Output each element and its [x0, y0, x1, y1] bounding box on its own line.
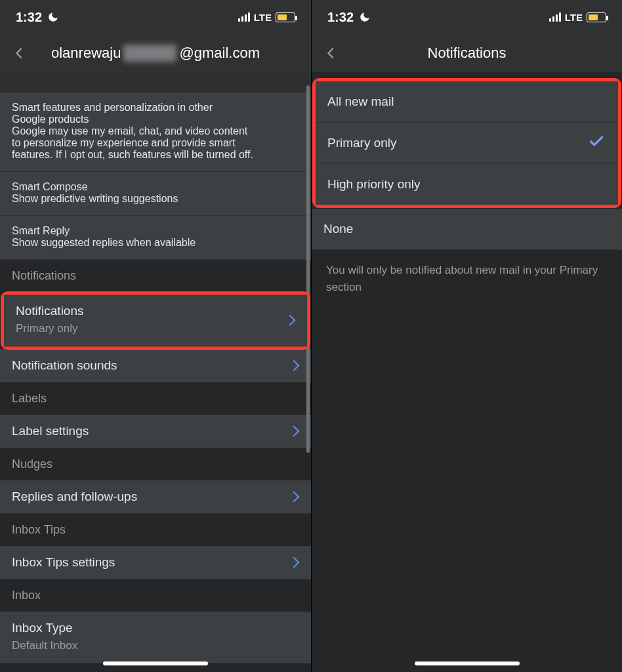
page-title: olanrewajuxxxxxxx@gmail.com	[37, 45, 274, 62]
smart-reply-title: Smart Reply	[12, 225, 299, 237]
smart-reply-sub: Show suggested replies when available	[12, 237, 299, 249]
notifications-title: Notifications	[16, 304, 295, 318]
highlight-options: All new mail Primary only High priority …	[316, 81, 618, 205]
option-label: High priority only	[327, 177, 421, 191]
title-bar: Notifications	[312, 34, 622, 72]
email-blur: xxxxxxx	[123, 45, 176, 62]
section-nudges: Nudges	[0, 448, 311, 480]
smart-features-desc: Google may use my email, chat, and video…	[12, 125, 255, 161]
label-settings-label: Label settings	[12, 424, 299, 438]
option-label: All new mail	[327, 94, 394, 108]
option-all-new-mail[interactable]: All new mail	[316, 81, 618, 123]
truncated-previous	[0, 72, 311, 93]
home-indicator[interactable]	[103, 662, 208, 665]
inbox-tips-settings-label: Inbox Tips settings	[12, 555, 299, 570]
title-bar: olanrewajuxxxxxxx@gmail.com	[0, 34, 311, 72]
replies-label: Replies and follow-ups	[12, 490, 299, 504]
signal-icon	[238, 12, 250, 22]
section-notifications: Notifications	[0, 260, 311, 292]
battery-icon	[276, 12, 295, 22]
helper-text: You will only be notified about new mail…	[312, 250, 622, 307]
replies-row[interactable]: Replies and follow-ups	[0, 480, 311, 514]
notifications-sub: Primary only	[16, 321, 295, 337]
section-labels: Labels	[0, 383, 311, 415]
scrollbar[interactable]	[306, 85, 310, 453]
chevron-left-icon	[12, 46, 27, 60]
page-title: Notifications	[348, 45, 585, 62]
inbox-type-sub: Default Inbox	[12, 638, 299, 654]
battery-icon	[587, 12, 606, 22]
back-button[interactable]	[322, 44, 341, 62]
dnd-moon-icon	[359, 11, 371, 23]
section-inbox: Inbox	[0, 579, 311, 612]
notification-sounds-label: Notification sounds	[12, 358, 299, 373]
section-inbox-tips: Inbox Tips	[0, 514, 311, 546]
battery-fill	[589, 14, 598, 20]
network-label: LTE	[565, 12, 583, 23]
status-time: 1:32	[327, 10, 354, 25]
option-none[interactable]: None	[312, 209, 622, 250]
signal-icon	[549, 12, 561, 22]
email-suffix: @gmail.com	[179, 45, 260, 62]
chevron-left-icon	[324, 46, 339, 60]
back-button[interactable]	[10, 44, 29, 62]
notifications-row[interactable]: Notifications Primary only	[4, 295, 307, 346]
smart-compose-title: Smart Compose	[12, 181, 299, 193]
inbox-tips-settings-row[interactable]: Inbox Tips settings	[0, 546, 311, 579]
status-time: 1:32	[16, 10, 42, 25]
smart-features-row: Smart features and personalization in ot…	[0, 93, 311, 172]
option-label: None	[323, 222, 353, 236]
smart-compose-sub: Show predictive writing suggestions	[12, 193, 299, 205]
option-label: Primary only	[327, 136, 397, 150]
battery-fill	[278, 14, 287, 20]
highlight-notifications: Notifications Primary only	[4, 295, 307, 346]
network-label: LTE	[254, 12, 272, 23]
smart-compose-row: Smart Compose Show predictive writing su…	[0, 172, 311, 216]
inbox-type-row[interactable]: Inbox Type Default Inbox	[0, 612, 311, 663]
home-indicator[interactable]	[415, 662, 520, 665]
smart-reply-row: Smart Reply Show suggested replies when …	[0, 216, 311, 260]
status-bar: 1:32 LTE	[0, 0, 311, 34]
label-settings-row[interactable]: Label settings	[0, 415, 311, 448]
notification-sounds-row[interactable]: Notification sounds	[0, 349, 311, 383]
inbox-type-title: Inbox Type	[12, 621, 299, 635]
settings-pane: 1:32 LTE olanrewajuxxxxxxx@gmail.com S	[0, 0, 311, 672]
status-bar: 1:32 LTE	[312, 0, 622, 34]
option-primary-only[interactable]: Primary only	[316, 123, 618, 164]
notifications-pane: 1:32 LTE Notifications All new mail	[311, 0, 622, 672]
dnd-moon-icon	[47, 11, 59, 23]
option-high-priority[interactable]: High priority only	[316, 164, 618, 205]
checkmark-icon	[588, 133, 605, 154]
smart-features-title: Smart features and personalization in ot…	[12, 102, 248, 125]
email-prefix: olanrewaju	[51, 45, 121, 62]
